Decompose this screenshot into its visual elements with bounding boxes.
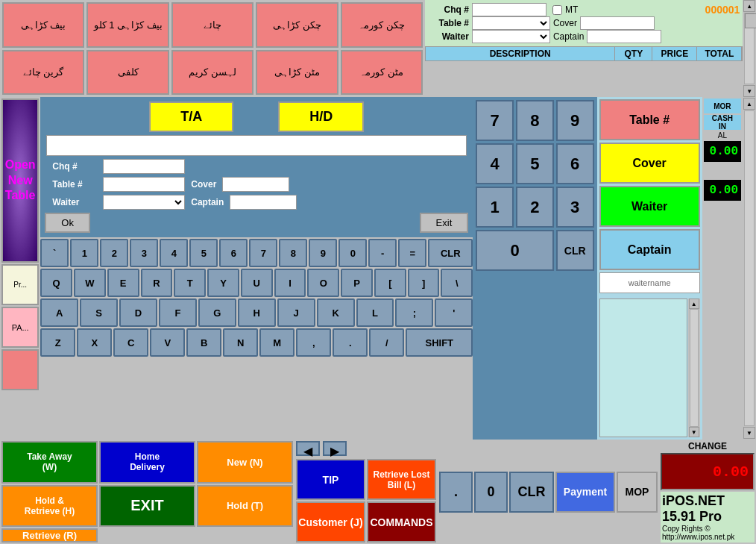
- menu-btn-4[interactable]: چکن کڑاہی: [256, 2, 338, 48]
- form-waiter-select[interactable]: [103, 195, 185, 210]
- chq-input[interactable]: [472, 3, 546, 16]
- np-0[interactable]: 0: [476, 230, 554, 271]
- far-scroll-down[interactable]: ▼: [743, 427, 755, 439]
- panel-scroll-up[interactable]: ▲: [689, 298, 699, 309]
- hold-retrieve-button[interactable]: Hold &Retrieve (H): [1, 485, 98, 528]
- open-new-table-label[interactable]: Open New Table: [3, 157, 37, 204]
- kb-y[interactable]: Y: [207, 269, 239, 297]
- kb-b[interactable]: B: [186, 328, 221, 357]
- kb-semicolon[interactable]: ;: [395, 298, 433, 327]
- kb-6[interactable]: 6: [219, 239, 248, 267]
- menu-btn-7[interactable]: کلفی: [86, 50, 168, 96]
- np-2[interactable]: 2: [516, 187, 554, 228]
- kb-3[interactable]: 3: [130, 239, 158, 267]
- commands-button[interactable]: COMMANDS: [367, 501, 436, 543]
- sidebar-item-pa[interactable]: PA...: [1, 307, 39, 348]
- np-9[interactable]: 9: [556, 100, 594, 141]
- kb-w[interactable]: W: [74, 269, 106, 297]
- form-captain-input[interactable]: [230, 195, 297, 210]
- np-8[interactable]: 8: [516, 100, 554, 141]
- menu-btn-1[interactable]: بیف کڑاہی: [2, 2, 84, 48]
- kb-comma[interactable]: ,: [296, 328, 331, 357]
- kb-8[interactable]: 8: [279, 239, 307, 267]
- form-cover-input[interactable]: [222, 177, 289, 192]
- waiter-select[interactable]: [472, 30, 550, 43]
- kb-2[interactable]: 2: [100, 239, 128, 267]
- kb-l[interactable]: L: [356, 298, 394, 327]
- kb-j[interactable]: J: [277, 298, 315, 327]
- rp-waiter-btn[interactable]: Waiter: [599, 186, 700, 227]
- home-delivery-button[interactable]: HomeDelivery: [99, 441, 195, 484]
- kb-equals[interactable]: =: [398, 239, 426, 267]
- scroll-down-arrow[interactable]: ▼: [743, 85, 755, 97]
- take-away-button[interactable]: Take Away(W): [1, 441, 98, 484]
- kb-k[interactable]: K: [317, 298, 355, 327]
- rp-table-btn[interactable]: Table #: [599, 99, 700, 140]
- kb-slash[interactable]: /: [369, 328, 404, 357]
- kb-i[interactable]: I: [274, 269, 306, 297]
- kb-backtick[interactable]: `: [40, 239, 69, 267]
- kb-p[interactable]: P: [341, 269, 373, 297]
- kb-m[interactable]: M: [259, 328, 294, 357]
- menu-btn-3[interactable]: چائے: [171, 2, 253, 48]
- kb-c[interactable]: C: [113, 328, 148, 357]
- scroll-up-arrow[interactable]: ▲: [743, 0, 755, 12]
- kb-9[interactable]: 9: [309, 239, 337, 267]
- np-6[interactable]: 6: [556, 143, 594, 184]
- kb-u[interactable]: U: [241, 269, 273, 297]
- np-7[interactable]: 7: [476, 100, 514, 141]
- captain-input[interactable]: [587, 30, 661, 43]
- rp-cover-btn[interactable]: Cover: [599, 143, 700, 184]
- np-1[interactable]: 1: [476, 187, 514, 228]
- table-select[interactable]: [472, 16, 550, 30]
- kb-4[interactable]: 4: [160, 239, 188, 267]
- form-chq-input[interactable]: [103, 159, 185, 174]
- ta-button[interactable]: T/A: [149, 101, 233, 132]
- kb-7[interactable]: 7: [249, 239, 277, 267]
- scroll-track[interactable]: [744, 13, 755, 84]
- kb-g[interactable]: G: [198, 298, 236, 327]
- dialog-exit-button[interactable]: Exit: [420, 213, 469, 233]
- panel-scroll-down[interactable]: ▼: [689, 427, 699, 437]
- np-clr[interactable]: CLR: [556, 230, 594, 271]
- kb-shift[interactable]: SHIFT: [406, 328, 473, 357]
- sidebar-item-3[interactable]: [1, 349, 39, 390]
- menu-btn-2[interactable]: بیف کڑاہی 1 کلو: [86, 2, 168, 48]
- menu-btn-9[interactable]: مٹن کڑاہی: [256, 50, 338, 96]
- customer-j-button[interactable]: Customer (J): [296, 501, 365, 543]
- kb-o[interactable]: O: [307, 269, 339, 297]
- kb-backslash[interactable]: \: [441, 269, 473, 297]
- mop-button[interactable]: MOP: [617, 472, 658, 513]
- bn-clr[interactable]: CLR: [509, 472, 554, 513]
- hd-button[interactable]: H/D: [278, 101, 364, 132]
- hold-t-button[interactable]: Hold (T): [197, 485, 293, 528]
- bn-dot[interactable]: .: [439, 472, 473, 513]
- menu-btn-8[interactable]: لہسن کریم: [171, 50, 253, 96]
- new-n-button[interactable]: New (N): [197, 441, 293, 484]
- kb-q[interactable]: Q: [40, 269, 72, 297]
- kb-clr[interactable]: CLR: [428, 239, 473, 267]
- menu-btn-5[interactable]: چکن کورمہ: [341, 2, 423, 48]
- np-4[interactable]: 4: [476, 143, 514, 184]
- kb-lbracket[interactable]: [: [374, 269, 406, 297]
- kb-x[interactable]: X: [77, 328, 112, 357]
- form-table-input[interactable]: [103, 177, 185, 192]
- tip-button[interactable]: TIP: [296, 459, 365, 500]
- ok-button[interactable]: Ok: [45, 213, 90, 233]
- menu-btn-10[interactable]: مٹن کورمہ: [341, 50, 423, 96]
- kb-0[interactable]: 0: [338, 239, 367, 267]
- kb-quote[interactable]: ': [435, 298, 473, 327]
- menu-btn-6[interactable]: گرین چائے: [2, 50, 84, 96]
- kb-r[interactable]: R: [141, 269, 173, 297]
- retrieve-r-button[interactable]: Retrieve (R): [1, 528, 98, 543]
- kb-1[interactable]: 1: [70, 239, 98, 267]
- retrieve-lost-button[interactable]: Retrieve LostBill (L): [367, 459, 436, 500]
- kb-s[interactable]: S: [80, 298, 118, 327]
- kb-period[interactable]: .: [333, 328, 368, 357]
- scroll-left-arrow[interactable]: ◀: [296, 441, 320, 456]
- kb-minus[interactable]: -: [368, 239, 397, 267]
- kb-a[interactable]: A: [40, 298, 78, 327]
- payment-button[interactable]: Payment: [555, 472, 615, 513]
- mt-checkbox[interactable]: [552, 5, 562, 15]
- far-scroll-up[interactable]: ▲: [743, 98, 755, 110]
